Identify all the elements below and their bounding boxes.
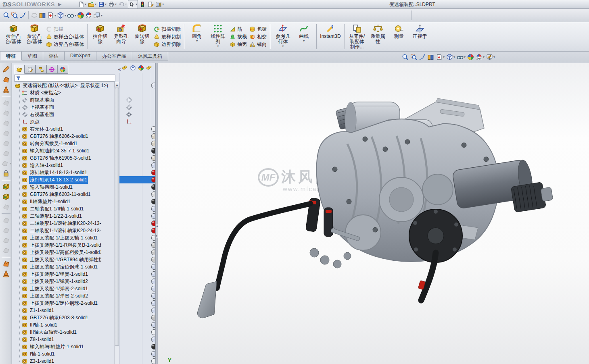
previous-view-button[interactable] — [418, 53, 426, 61]
select-button[interactable]: ▾ — [128, 0, 138, 9]
rib-button[interactable]: 筋 — [229, 26, 248, 33]
scroll-up-icon[interactable]: ▲ — [115, 82, 119, 87]
curves-button[interactable]: 曲线▾ — [294, 23, 314, 50]
tree-item[interactable]: GBT276 轴承6203-11-solid1 — [22, 191, 92, 198]
tree-item[interactable]: 输入轴与I轴垫片-1-solid1 — [22, 343, 84, 350]
dropdown-caret-icon[interactable]: ▾ — [136, 2, 137, 6]
surface-tool-3-button[interactable] — [2, 119, 10, 127]
tree-item[interactable]: III轴-1-solid1 — [22, 321, 58, 329]
hide-show-items-button[interactable]: ▾ — [456, 53, 466, 61]
dropdown-caret-icon[interactable]: ▾ — [483, 55, 485, 59]
tree-item[interactable]: II轴薄垫片-1-solid1 — [22, 198, 71, 205]
display-mode-column-button[interactable] — [130, 65, 136, 71]
apply-scene-button[interactable]: ▾ — [475, 53, 485, 61]
tree-item[interactable]: 上视基准面 — [22, 104, 55, 111]
dropdown-caret-icon[interactable]: ▾ — [282, 45, 284, 48]
tree-item[interactable]: 输入轴油封24-35-7-1-solid1 — [22, 147, 90, 154]
dropdown-caret-icon[interactable]: ▾ — [85, 2, 86, 6]
extruded-cut-button[interactable]: 拉伸切 除 — [90, 23, 110, 50]
undo-button[interactable]: ▾ — [118, 0, 127, 8]
insert-tool-4-button[interactable] — [2, 246, 10, 255]
view-orientation-button[interactable]: ▾ — [56, 11, 67, 20]
lock-tool-button[interactable] — [2, 169, 10, 178]
scrollbar-thumb[interactable] — [115, 88, 119, 346]
redraw-button[interactable] — [19, 11, 27, 20]
swept-cut-button[interactable]: 扫描切除 — [153, 26, 182, 33]
boundary-boss-button[interactable]: 边界凸台/基体 — [45, 41, 85, 48]
tree-item[interactable]: 上拨叉装配-1/1-R档拨叉B-1-solid1 — [22, 241, 101, 249]
tree-item[interactable]: 原点 — [22, 118, 40, 125]
dropdown-caret-icon[interactable]: ▾ — [9, 162, 11, 165]
file-properties-button[interactable] — [147, 0, 154, 8]
hide-show-plane-icon[interactable] — [126, 104, 132, 110]
tree-item[interactable]: III轴大白轴套-1-solid1 — [22, 329, 77, 336]
sketch-orange-tool-button[interactable] — [2, 259, 10, 268]
make-from-part-assembly-button[interactable]: 从零件/ 装配体 制作... — [347, 23, 367, 50]
dropdown-caret-icon[interactable]: ▾ — [54, 14, 56, 17]
edit-appearance-button[interactable] — [467, 53, 474, 61]
dropdown-caret-icon[interactable]: ▾ — [493, 55, 495, 59]
tree-item[interactable]: 上拨叉装配-1/弹簧-2-solid1 — [22, 285, 89, 292]
hide-show-origin-icon[interactable] — [126, 119, 132, 125]
dropdown-caret-icon[interactable]: ▾ — [115, 2, 117, 6]
zoom-to-area-button[interactable] — [410, 53, 418, 61]
tree-item[interactable]: 上拨叉装配-1/弹簧-2-solid2 — [22, 292, 89, 300]
tab-评估[interactable]: 评估 — [43, 52, 65, 60]
revolved-cut-button[interactable]: 旋转切 除 — [132, 23, 152, 50]
dropdown-caret-icon[interactable]: ▾ — [453, 55, 455, 59]
dropdown-caret-icon[interactable]: ▾ — [217, 45, 219, 48]
measure-button[interactable]: 测量 — [389, 23, 409, 50]
dropdown-caret-icon[interactable]: ▾ — [443, 55, 445, 59]
rotate-view-button[interactable] — [30, 11, 38, 20]
print-button[interactable]: ▾ — [108, 0, 117, 8]
insert-tool-1-button[interactable] — [2, 216, 10, 225]
tree-item[interactable]: 二轴装配1-1/滚针轴承K20-24-13-2-solid1 — [22, 227, 101, 234]
menu-expand-icon[interactable]: ▶ — [58, 2, 61, 6]
dropdown-caret-icon[interactable]: ▾ — [101, 14, 102, 17]
tree-item[interactable]: 滚针轴承14-18-13-2-solid1 — [22, 176, 88, 183]
dropdown-caret-icon[interactable]: ▾ — [75, 14, 76, 17]
tree-item[interactable]: I轴-1-solid1 — [22, 350, 55, 358]
options-list-button[interactable]: ▾ — [155, 0, 164, 8]
tree-item[interactable]: 二轴装配1-1/Z2-1-solid1 — [22, 212, 83, 220]
tree-item[interactable]: GBT276 轴承61905-3-solid1 — [22, 154, 92, 162]
tree-item[interactable]: 前视基准面 — [22, 96, 55, 104]
save-button[interactable]: ▾ — [98, 0, 107, 8]
tree-item[interactable]: 上拨叉装配-1/定位钢球-2-solid1 — [22, 300, 98, 307]
cone-orange-tool-button[interactable] — [2, 269, 10, 278]
rebuild-button[interactable] — [139, 0, 146, 8]
tree-item[interactable]: 材质 <未指定> — [22, 89, 62, 96]
hole-wizard-button[interactable]: 异型孔 向导 — [111, 23, 131, 50]
tree-item[interactable]: 二轴装配1-1/II轴-1-solid1 — [22, 205, 84, 212]
reference-geometry-button[interactable]: 参考几 何体▾ — [273, 23, 293, 50]
wrap-button[interactable]: 包覆 — [249, 26, 267, 33]
dropdown-caret-icon[interactable]: ▾ — [125, 2, 127, 6]
tree-item[interactable]: 输入轴-1-solid1 — [22, 162, 64, 169]
loft-boss-button[interactable]: 放样凸台/基体 — [45, 33, 85, 40]
tab-DimXpert[interactable]: DimXpert — [65, 52, 96, 60]
tree-item[interactable]: GBT276 轴承6203-8-solid1 — [22, 314, 89, 321]
view-settings-button[interactable]: ▾ — [486, 53, 495, 61]
apply-scene-button[interactable] — [85, 11, 93, 20]
dropdown-caret-icon[interactable]: ▾ — [464, 55, 466, 59]
dropdown-caret-icon[interactable]: ▾ — [303, 40, 305, 43]
boss-extrude-tool-button[interactable] — [2, 182, 10, 191]
insert-tool-3-button[interactable] — [2, 236, 10, 245]
loft-tool-button[interactable] — [2, 85, 10, 94]
lofted-cut-button[interactable]: 放样切割 — [153, 33, 182, 40]
zoom-to-fit-button[interactable] — [2, 11, 10, 20]
zoom-to-area-button[interactable] — [10, 11, 19, 20]
surface-tool-1-button[interactable] — [2, 98, 10, 107]
hide-show-plane-icon[interactable] — [126, 111, 132, 118]
tree-item[interactable]: 二轴装配1-1/滚针轴承K20-24-13-1-solid1 — [22, 220, 101, 227]
open-button[interactable]: ▾ — [88, 0, 97, 8]
tab-沐风工具箱[interactable]: 沐风工具箱 — [132, 52, 168, 60]
linear-pattern-button[interactable]: 线性阵 列▾ — [208, 23, 228, 50]
surface-tool-2-button[interactable] — [2, 108, 10, 117]
tree-item[interactable]: Z8-1-solid1 — [22, 336, 55, 343]
tree-item[interactable]: 上拨叉装配-1/定位钢球-1-solid1 — [22, 263, 98, 270]
tree-item[interactable]: 右壳体-1-solid1 — [22, 125, 64, 133]
shell-button[interactable]: 抽壳 — [229, 41, 248, 48]
transparency-column-button[interactable] — [146, 65, 152, 71]
tree-item[interactable]: 上拨叉装配-1/弹簧-1-solid2 — [22, 278, 89, 285]
